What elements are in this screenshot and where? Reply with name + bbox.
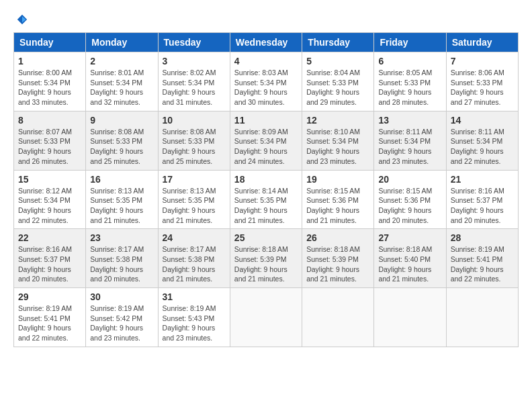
day-info: Sunrise: 8:13 AMSunset: 5:35 PMDaylight:…	[163, 187, 216, 224]
day-info: Sunrise: 8:04 AMSunset: 5:33 PMDaylight:…	[306, 68, 360, 106]
logo	[13, 13, 28, 26]
day-info: Sunrise: 8:00 AMSunset: 5:34 PMDaylight:…	[18, 68, 72, 106]
day-info: Sunrise: 8:18 AMSunset: 5:40 PMDaylight:…	[378, 245, 432, 283]
day-header-thursday: Thursday	[302, 33, 374, 52]
calendar-cell	[446, 288, 518, 347]
day-info: Sunrise: 8:10 AMSunset: 5:34 PMDaylight:…	[306, 128, 360, 165]
day-info: Sunrise: 8:19 AMSunset: 5:41 PMDaylight:…	[451, 245, 504, 283]
day-info: Sunrise: 8:19 AMSunset: 5:43 PMDaylight:…	[163, 304, 216, 342]
calendar-cell: 18Sunrise: 8:14 AMSunset: 5:35 PMDayligh…	[230, 170, 302, 229]
day-info: Sunrise: 8:08 AMSunset: 5:33 PMDaylight:…	[163, 128, 216, 165]
day-info: Sunrise: 8:17 AMSunset: 5:38 PMDaylight:…	[163, 245, 216, 283]
calendar-table: SundayMondayTuesdayWednesdayThursdayFrid…	[13, 32, 519, 347]
day-number: 9	[90, 115, 153, 126]
day-number: 22	[18, 232, 81, 243]
day-info: Sunrise: 8:18 AMSunset: 5:39 PMDaylight:…	[234, 245, 288, 283]
day-info: Sunrise: 8:01 AMSunset: 5:34 PMDaylight:…	[90, 68, 144, 106]
day-number: 23	[90, 232, 153, 243]
day-number: 4	[234, 56, 298, 66]
calendar-cell: 28Sunrise: 8:19 AMSunset: 5:41 PMDayligh…	[446, 229, 518, 288]
calendar-cell: 9Sunrise: 8:08 AMSunset: 5:33 PMDaylight…	[86, 111, 158, 170]
day-number: 21	[451, 174, 514, 185]
day-number: 11	[234, 115, 298, 126]
calendar-cell: 16Sunrise: 8:13 AMSunset: 5:35 PMDayligh…	[86, 170, 158, 229]
day-info: Sunrise: 8:08 AMSunset: 5:33 PMDaylight:…	[90, 128, 144, 165]
day-info: Sunrise: 8:06 AMSunset: 5:33 PMDaylight:…	[451, 68, 504, 106]
calendar-header-row: SundayMondayTuesdayWednesdayThursdayFrid…	[14, 33, 519, 52]
day-info: Sunrise: 8:17 AMSunset: 5:38 PMDaylight:…	[90, 245, 144, 283]
day-header-friday: Friday	[374, 33, 446, 52]
day-number: 15	[18, 174, 81, 185]
calendar-cell	[374, 288, 446, 347]
day-number: 25	[234, 232, 298, 243]
day-number: 24	[163, 232, 226, 243]
day-number: 3	[163, 56, 226, 66]
day-number: 12	[306, 115, 369, 126]
day-number: 14	[451, 115, 514, 126]
calendar-cell: 3Sunrise: 8:02 AMSunset: 5:34 PMDaylight…	[158, 52, 230, 111]
calendar-cell: 24Sunrise: 8:17 AMSunset: 5:38 PMDayligh…	[158, 229, 230, 288]
day-info: Sunrise: 8:16 AMSunset: 5:37 PMDaylight:…	[451, 187, 504, 224]
day-number: 30	[90, 291, 153, 302]
day-info: Sunrise: 8:12 AMSunset: 5:34 PMDaylight:…	[18, 187, 72, 224]
day-header-saturday: Saturday	[446, 33, 518, 52]
calendar-cell: 26Sunrise: 8:18 AMSunset: 5:39 PMDayligh…	[302, 229, 374, 288]
day-number: 13	[378, 115, 441, 126]
calendar-cell: 29Sunrise: 8:19 AMSunset: 5:41 PMDayligh…	[14, 288, 86, 347]
day-number: 16	[90, 174, 153, 185]
calendar-cell: 25Sunrise: 8:18 AMSunset: 5:39 PMDayligh…	[230, 229, 302, 288]
calendar-cell: 5Sunrise: 8:04 AMSunset: 5:33 PMDaylight…	[302, 52, 374, 111]
logo-icon	[16, 13, 28, 26]
calendar-cell: 20Sunrise: 8:15 AMSunset: 5:36 PMDayligh…	[374, 170, 446, 229]
day-info: Sunrise: 8:09 AMSunset: 5:34 PMDaylight:…	[234, 128, 288, 165]
calendar-cell: 13Sunrise: 8:11 AMSunset: 5:34 PMDayligh…	[374, 111, 446, 170]
day-number: 18	[234, 174, 298, 185]
day-info: Sunrise: 8:19 AMSunset: 5:41 PMDaylight:…	[18, 304, 72, 342]
day-number: 17	[163, 174, 226, 185]
day-number: 28	[451, 232, 514, 243]
calendar-cell: 6Sunrise: 8:05 AMSunset: 5:33 PMDaylight…	[374, 52, 446, 111]
calendar-week-row: 8Sunrise: 8:07 AMSunset: 5:33 PMDaylight…	[14, 111, 519, 170]
day-number: 1	[18, 56, 81, 66]
day-info: Sunrise: 8:16 AMSunset: 5:37 PMDaylight:…	[18, 245, 72, 283]
day-info: Sunrise: 8:02 AMSunset: 5:34 PMDaylight:…	[163, 68, 216, 106]
calendar-cell: 19Sunrise: 8:15 AMSunset: 5:36 PMDayligh…	[302, 170, 374, 229]
calendar-cell: 27Sunrise: 8:18 AMSunset: 5:40 PMDayligh…	[374, 229, 446, 288]
calendar-cell: 22Sunrise: 8:16 AMSunset: 5:37 PMDayligh…	[14, 229, 86, 288]
day-info: Sunrise: 8:13 AMSunset: 5:35 PMDaylight:…	[90, 187, 144, 224]
day-info: Sunrise: 8:11 AMSunset: 5:34 PMDaylight:…	[378, 128, 432, 165]
day-info: Sunrise: 8:03 AMSunset: 5:34 PMDaylight:…	[234, 68, 288, 106]
calendar-cell: 21Sunrise: 8:16 AMSunset: 5:37 PMDayligh…	[446, 170, 518, 229]
day-number: 29	[18, 291, 81, 302]
calendar-cell: 31Sunrise: 8:19 AMSunset: 5:43 PMDayligh…	[158, 288, 230, 347]
day-number: 26	[306, 232, 369, 243]
calendar-week-row: 22Sunrise: 8:16 AMSunset: 5:37 PMDayligh…	[14, 229, 519, 288]
calendar-week-row: 1Sunrise: 8:00 AMSunset: 5:34 PMDaylight…	[14, 52, 519, 111]
day-number: 31	[163, 291, 226, 302]
calendar-cell: 10Sunrise: 8:08 AMSunset: 5:33 PMDayligh…	[158, 111, 230, 170]
day-info: Sunrise: 8:15 AMSunset: 5:36 PMDaylight:…	[306, 187, 360, 224]
calendar-cell: 2Sunrise: 8:01 AMSunset: 5:34 PMDaylight…	[86, 52, 158, 111]
day-info: Sunrise: 8:05 AMSunset: 5:33 PMDaylight:…	[378, 68, 432, 106]
day-header-tuesday: Tuesday	[158, 33, 230, 52]
day-info: Sunrise: 8:14 AMSunset: 5:35 PMDaylight:…	[234, 187, 288, 224]
day-number: 7	[451, 56, 514, 66]
day-header-sunday: Sunday	[14, 33, 86, 52]
calendar-week-row: 15Sunrise: 8:12 AMSunset: 5:34 PMDayligh…	[14, 170, 519, 229]
day-number: 27	[378, 232, 441, 243]
day-header-wednesday: Wednesday	[230, 33, 302, 52]
day-info: Sunrise: 8:07 AMSunset: 5:33 PMDaylight:…	[18, 128, 72, 165]
calendar-cell: 4Sunrise: 8:03 AMSunset: 5:34 PMDaylight…	[230, 52, 302, 111]
day-number: 10	[163, 115, 226, 126]
calendar-cell: 15Sunrise: 8:12 AMSunset: 5:34 PMDayligh…	[14, 170, 86, 229]
day-number: 19	[306, 174, 369, 185]
day-number: 5	[306, 56, 369, 66]
page-header	[13, 13, 519, 26]
day-number: 6	[378, 56, 441, 66]
calendar-cell: 11Sunrise: 8:09 AMSunset: 5:34 PMDayligh…	[230, 111, 302, 170]
calendar-cell: 12Sunrise: 8:10 AMSunset: 5:34 PMDayligh…	[302, 111, 374, 170]
day-number: 2	[90, 56, 153, 66]
calendar-cell: 8Sunrise: 8:07 AMSunset: 5:33 PMDaylight…	[14, 111, 86, 170]
calendar-cell: 14Sunrise: 8:11 AMSunset: 5:34 PMDayligh…	[446, 111, 518, 170]
calendar-cell	[302, 288, 374, 347]
